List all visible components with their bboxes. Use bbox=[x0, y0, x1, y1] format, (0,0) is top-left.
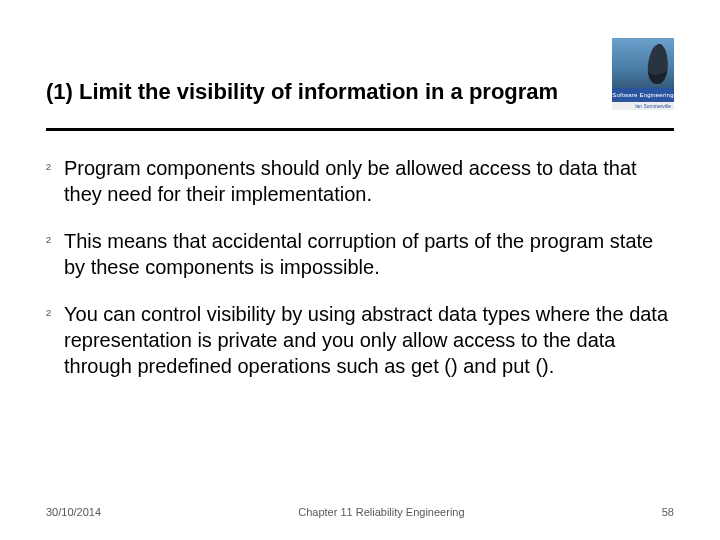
slide-title: (1) Limit the visibility of information … bbox=[46, 78, 558, 106]
footer: 30/10/2014 Chapter 11 Reliability Engine… bbox=[46, 506, 674, 518]
title-divider bbox=[46, 128, 674, 131]
footer-date: 30/10/2014 bbox=[46, 506, 101, 518]
title-row: (1) Limit the visibility of information … bbox=[46, 78, 674, 110]
bullet-item: ² This means that accidental corruption … bbox=[46, 229, 674, 280]
book-logo: Software Engineering Ian Sommerville bbox=[612, 38, 674, 110]
slide: (1) Limit the visibility of information … bbox=[0, 0, 720, 540]
logo-photo bbox=[612, 38, 674, 88]
bullet-mark-icon: ² bbox=[46, 232, 64, 251]
bullet-item: ² You can control visibility by using ab… bbox=[46, 302, 674, 379]
content: ² Program components should only be allo… bbox=[46, 156, 674, 401]
footer-page: 58 bbox=[662, 506, 674, 518]
gherkin-icon bbox=[647, 43, 670, 84]
bullet-text: This means that accidental corruption of… bbox=[64, 229, 674, 280]
bullet-mark-icon: ² bbox=[46, 305, 64, 324]
bullet-item: ² Program components should only be allo… bbox=[46, 156, 674, 207]
logo-band: Software Engineering bbox=[612, 88, 674, 102]
footer-chapter: Chapter 11 Reliability Engineering bbox=[101, 506, 662, 518]
bullet-text: You can control visibility by using abst… bbox=[64, 302, 674, 379]
logo-sub: Ian Sommerville bbox=[612, 102, 674, 110]
bullet-mark-icon: ² bbox=[46, 159, 64, 178]
bullet-text: Program components should only be allowe… bbox=[64, 156, 674, 207]
